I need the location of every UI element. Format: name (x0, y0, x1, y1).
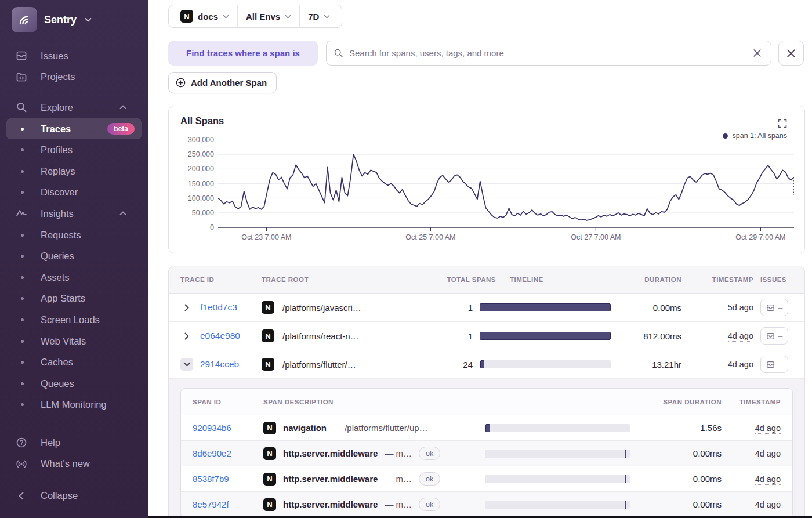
span-id-link[interactable]: 8e57942f (193, 499, 256, 509)
timestamp[interactable]: 4d ago (755, 449, 781, 459)
span-id-link[interactable]: 8538f7b9 (193, 474, 256, 484)
project-selector[interactable]: N docs (172, 5, 237, 27)
bullet-icon (21, 276, 24, 279)
issues-button[interactable]: – (760, 299, 788, 316)
sidebar-item-help[interactable]: Help (0, 432, 148, 454)
viewport-cutoff-strip (148, 516, 812, 518)
sidebar-item-traces[interactable]: Traces beta (6, 118, 142, 140)
trace-root: /platforms/flutter/… (282, 360, 356, 370)
timestamp[interactable]: 4d ago (755, 500, 781, 510)
bullet-icon (21, 382, 24, 385)
sidebar-item-caches[interactable]: Caches (0, 352, 148, 373)
col-header-span-description: SPAN DESCRIPTION (263, 399, 478, 405)
issues-icon (766, 332, 775, 340)
sidebar-item-whats-new[interactable]: What's new (0, 454, 148, 475)
trace-row[interactable]: e064e980 N/platforms/react-n… 1 812.00ms… (169, 322, 804, 350)
sidebar-item-app-starts[interactable]: App Starts (0, 288, 148, 310)
span-description: — m… (385, 499, 412, 509)
duration: 13.21hr (618, 360, 682, 370)
expand-row-button[interactable] (180, 301, 193, 314)
col-header-trace-root: TRACE ROOT (262, 276, 436, 283)
span-filter-chip: Find traces where a span is (168, 41, 318, 66)
sidebar-item-label: Discover (41, 187, 78, 198)
trace-row[interactable]: f1e0d7c3 N/platforms/javascri… 1 0.00ms … (169, 294, 804, 322)
sidebar-item-queries[interactable]: Queries (0, 245, 148, 267)
sidebar-item-profiles[interactable]: Profiles (0, 139, 148, 161)
span-row[interactable]: 8e57942f Nhttp.server.middleware— m…ok 0… (181, 492, 792, 517)
bullet-icon (21, 191, 24, 194)
collapse-row-button[interactable] (180, 358, 193, 371)
remove-span-filter-button[interactable] (778, 41, 804, 66)
trace-row-expanded[interactable]: 2914cceb N/platforms/flutter/… 24 13.21h… (169, 350, 804, 379)
y-tick-label: 200,000 (188, 165, 214, 173)
sidebar-item-label: Web Vitals (41, 336, 86, 347)
trace-root: /platforms/javascri… (282, 303, 361, 313)
trace-id-link[interactable]: f1e0d7c3 (200, 302, 237, 313)
status-badge: ok (419, 472, 440, 486)
col-header-span-duration: SPAN DURATION (637, 399, 722, 405)
span-row[interactable]: 8d6e90e2 Nhttp.server.middleware— m…ok 0… (181, 441, 792, 466)
sidebar-item-label: Replays (41, 166, 75, 177)
timestamp[interactable]: 5d ago (728, 303, 753, 313)
sidebar-item-issues[interactable]: Issues (0, 45, 148, 67)
span-id-link[interactable]: 8d6e90e2 (193, 448, 256, 458)
environment-selector[interactable]: All Envs (238, 5, 299, 27)
issues-icon (16, 50, 27, 61)
sidebar-section-insights[interactable]: Insights (0, 203, 148, 224)
sidebar-item-requests[interactable]: Requests (0, 224, 148, 246)
nextjs-icon: N (262, 358, 274, 371)
timestamp[interactable]: 4d ago (728, 331, 753, 342)
sidebar-item-label: Profiles (41, 144, 72, 155)
sidebar-item-discover[interactable]: Discover (0, 182, 148, 204)
trace-id-link[interactable]: e064e980 (200, 331, 240, 341)
timeline-marker (625, 501, 626, 509)
sidebar-item-replays[interactable]: Replays (0, 161, 148, 182)
sentry-logo-icon (12, 7, 37, 32)
chart-legend[interactable]: span 1: All spans (723, 132, 787, 140)
timestamp[interactable]: 4d ago (755, 474, 781, 485)
trace-id-link[interactable]: 2914cceb (200, 359, 239, 370)
add-another-span-button[interactable]: Add Another Span (168, 72, 277, 93)
sidebar-item-web-vitals[interactable]: Web Vitals (0, 331, 148, 352)
issues-count: – (778, 331, 783, 340)
sidebar-item-llm-monitoring[interactable]: LLM Monitoring (0, 394, 148, 416)
timestamp[interactable]: 4d ago (728, 360, 753, 370)
span-row[interactable]: 920934b6 Nnavigation— /platforms/flutter… (181, 415, 792, 441)
org-switcher[interactable]: Sentry (12, 7, 140, 32)
expand-chart-button[interactable] (778, 119, 787, 128)
col-header-issues: ISSUES (760, 276, 793, 283)
timeline-bar (480, 360, 485, 368)
span-duration: 0.00ms (637, 499, 722, 509)
sidebar-item-label: Projects (41, 71, 75, 82)
sidebar-collapse-button[interactable]: Collapse (0, 485, 148, 506)
date-range-selector[interactable]: 7D (300, 5, 338, 27)
sidebar-item-assets[interactable]: Assets (0, 267, 148, 288)
span-row[interactable]: 8538f7b9 Nhttp.server.middleware— m…ok 0… (181, 466, 792, 492)
brand-name: Sentry (44, 14, 77, 26)
chevron-left-icon (16, 490, 27, 502)
expand-row-button[interactable] (180, 329, 193, 342)
sidebar-item-projects[interactable]: Projects (0, 67, 148, 88)
chevron-down-icon (85, 17, 92, 22)
timeline-track (485, 450, 630, 458)
clear-search-button[interactable] (751, 46, 764, 60)
col-header-duration: DURATION (618, 276, 682, 283)
app-root: Sentry Issues Projects Explore (0, 0, 812, 518)
sidebar-item-screen-loads[interactable]: Screen Loads (0, 309, 148, 331)
sidebar-item-queues[interactable]: Queues (0, 373, 148, 394)
span-duration: 0.00ms (637, 474, 722, 484)
sidebar-item-label: Assets (41, 272, 70, 283)
chevron-right-icon (184, 332, 190, 340)
chart-plot-area[interactable] (218, 140, 794, 233)
timeline-bar (480, 332, 611, 340)
section-label: Explore (41, 102, 73, 113)
timestamp[interactable]: 4d ago (755, 423, 781, 434)
span-id-link[interactable]: 920934b6 (193, 423, 256, 433)
chevron-down-icon (183, 362, 191, 367)
sidebar-section-explore[interactable]: Explore (0, 97, 148, 118)
sidebar-item-label: Help (41, 437, 60, 448)
span-search-input[interactable] (349, 48, 745, 58)
issues-button[interactable]: – (760, 327, 788, 345)
issues-button[interactable]: – (760, 356, 788, 373)
bullet-icon (21, 255, 24, 258)
